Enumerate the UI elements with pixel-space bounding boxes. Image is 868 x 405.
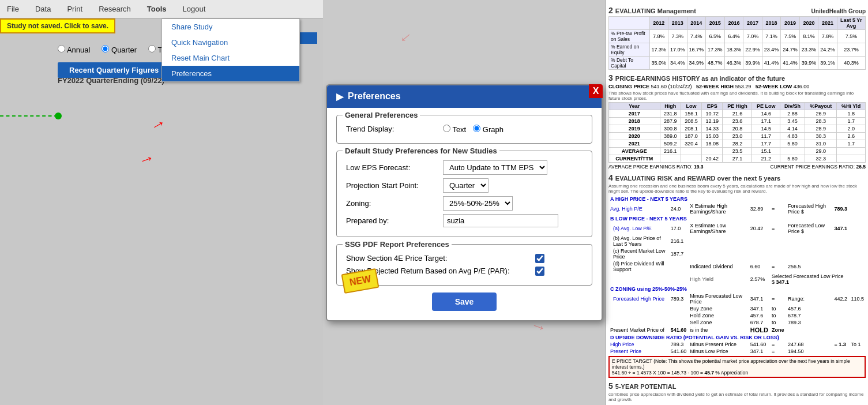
pdf-section-title: SSG PDF Report Preferences [343,240,452,249]
section3-avg-pe: AVERAGE PRICE EARNINGS RATIO: 19.3 CURRE… [608,164,866,170]
s3-col-div: Div/Sh [780,103,805,110]
s4-minus-low-val: 347.1 [749,348,770,355]
projection-select[interactable]: Quarter [443,178,489,193]
show-par-checkbox[interactable] [535,267,544,276]
table-row: 287.9 [660,118,681,125]
table-row: 12.19 [702,118,723,125]
table-row: 18.08 [702,140,723,148]
annual-radio-label[interactable]: Annual [58,45,90,54]
e-appreciation-label: % Appreciation [715,370,748,376]
table-row: 34.9% [687,57,706,70]
modal-close-button[interactable]: X [589,84,603,98]
table-row: 17.3% [649,43,668,57]
table-row: 1.8 [837,110,866,118]
s4-high-yield-val: 2.57% [749,273,770,286]
section3-table: Year High Low EPS PE High PE Low Div/Sh … [608,102,866,163]
trend-graph-radio[interactable] [473,125,480,132]
section3-prices: CLOSING PRICE 541.60 (10/24/22) 52-WEEK … [608,84,866,89]
period-radio-group: Annual Quarter Trend [58,45,177,54]
col-2015: 2015 [706,17,725,30]
trend-text-label[interactable]: Text [443,125,466,134]
s3-col-payout: %Payout [805,103,837,110]
table-row: 27.1 [723,155,752,163]
table-row: 187.0 [681,133,701,140]
s4-eq: = [770,202,786,215]
nav-print[interactable]: Print [65,3,85,14]
default-section-title: Default Study Preferences for New Studie… [343,147,499,155]
nav-research[interactable]: Research [96,3,133,14]
dropdown-preferences[interactable]: Preferences [162,66,299,81]
section4-subtext: Assuming one recession and one business … [608,183,866,194]
col-2017: 2017 [743,17,762,30]
e-x100: X 100 [653,370,666,376]
s4-loss-val: 194.50 [786,348,833,355]
nav-file[interactable]: File [5,3,21,14]
section4-header: 4 EVALUATING RISK and REWARD over the ne… [608,173,866,182]
s4-eq-range: = [770,292,786,305]
s4-present-price-d-val: 541.60 [669,348,689,355]
nav-logout[interactable]: Logout [181,3,208,14]
table-row: 7.5% [837,30,865,43]
trend-radio[interactable] [148,45,156,52]
prepared-by-input[interactable] [443,214,558,227]
recent-quarterly-btn[interactable]: Recent Quarterly Figures [58,62,170,78]
table-row: 6.4% [724,30,743,43]
col-header-blank [609,17,650,30]
dashed-line [0,115,58,117]
trend-text-radio[interactable] [443,125,450,132]
zoning-select[interactable]: 25%-50%-25% [443,196,513,211]
table-row: 46.3% [724,57,743,70]
table-row: 23.6 [723,118,752,125]
show-4e-label: Show Section 4E Price Target: [346,254,531,262]
trend-graph-label[interactable]: Graph [473,125,503,134]
table-row: 23.7% [837,43,865,57]
projection-start-label: Projection Start Point: [346,181,438,190]
table-row: 41.4% [762,57,781,70]
table-row: 208.1 [681,125,701,133]
table-row: 320.4 [681,140,701,148]
table-row: % Debt To Capital [609,57,650,70]
table-row: 17.0% [668,43,687,57]
s4-div-eq: = [770,260,786,273]
table-row: 21.6 [723,110,752,118]
quarter-radio[interactable] [102,45,109,52]
col-2013: 2013 [668,17,687,30]
s4-d-label: D UPSIDE DOWNSIDE RATIO (POTENTIAL GAIN … [608,334,866,341]
low-eps-select[interactable]: Auto Update to TTM EPS [443,160,547,175]
table-row: 24.2% [818,43,837,57]
low-eps-row: Low EPS Forecast: Auto Update to TTM EPS [346,160,583,175]
table-row: 2017 [609,110,660,118]
pdf-section: SSG PDF Report Preferences Show Section … [336,244,592,286]
s4-range-val: 442.2 [832,292,849,305]
table-row: 48.7% [706,57,725,70]
table-row: 23.5 [723,148,752,155]
table-row: 3.45 [780,118,805,125]
dropdown-quick-nav[interactable]: Quick Navigation [162,35,299,50]
table-row: 300.8 [660,125,681,133]
s4-est-high-val: 32.89 [749,202,770,215]
s4-high-price-d: High Price [608,341,669,348]
s4-sell-low: 678.7 [749,319,770,326]
s4-forecasted-high-label: Forecasted High Price $ [786,202,833,215]
nav-data[interactable]: Data [33,3,53,14]
show-4e-checkbox[interactable] [535,254,544,263]
show-par-row: Show Projected Return Based on Avg P/E (… [346,267,583,276]
table-row: 39.1% [818,57,837,70]
table-row: 17.1 [752,118,780,125]
study-not-saved-bar[interactable]: Study not saved. Click to save. [0,18,115,33]
nav-tools[interactable]: Tools [145,3,169,14]
dropdown-reset-chart[interactable]: Reset Main Chart [162,50,299,66]
annual-radio[interactable] [58,45,65,52]
table-row: 24.7% [781,43,800,57]
table-row: 23.0 [723,133,752,140]
zoning-row: Zoning: 25%-50%-25% [346,196,583,211]
table-row: 7.0% [743,30,762,43]
e-appreciation: 45.7 [704,370,714,376]
table-row: 15.03 [702,133,723,140]
s4-avg-high-pe-label: Avg. High P/E [608,202,669,215]
tools-dropdown: Share Study Quick Navigation Reset Main … [161,18,300,82]
save-button[interactable]: Save [432,292,497,311]
table-row: 14.33 [702,125,723,133]
quarter-radio-label[interactable]: Quarter [102,45,137,54]
dropdown-share-study[interactable]: Share Study [162,19,299,35]
